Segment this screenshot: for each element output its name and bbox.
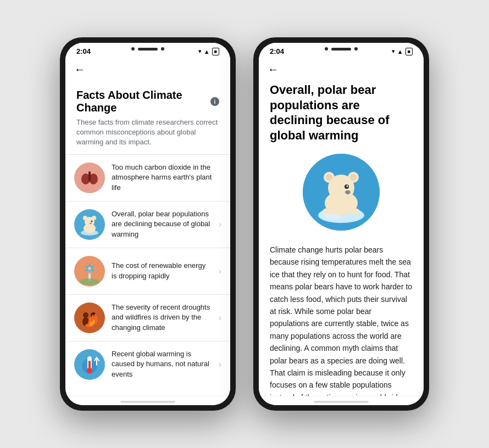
- phone-1: 2:04 ▾ ▲ ■ ← Facts About Climate Change …: [60, 37, 236, 411]
- fact-text-bear: Overall, polar bear populations are decl…: [112, 209, 212, 239]
- fact-text-fire: The severity of recent droughts and wild…: [112, 303, 212, 333]
- fact-item-bear[interactable]: Overall, polar bear populations are decl…: [65, 201, 230, 248]
- chevron-bear: ›: [219, 220, 221, 229]
- svg-point-10: [90, 222, 92, 223]
- fact-text-lungs: Too much carbon dioxide in the atmospher…: [112, 163, 221, 193]
- polar-bear-illustration: [270, 154, 413, 231]
- phone-2: 2:04 ▾ ▲ ■ ← Overall, polar bear populat…: [253, 37, 429, 411]
- status-icons-1: ▾ ▲ ■: [198, 48, 219, 55]
- screen1-header: Facts About Climate Change i These facts…: [65, 80, 230, 154]
- chevron-thermometer: ›: [219, 360, 221, 369]
- title-info-icon[interactable]: i: [210, 97, 219, 106]
- nav-bar-2: ←: [259, 58, 424, 80]
- phone-2-bottom: [259, 396, 424, 405]
- chevron-wind: ›: [219, 266, 221, 276]
- fact-icon-lungs: [74, 163, 105, 193]
- fact-item-fire[interactable]: The severity of recent droughts and wild…: [65, 294, 230, 341]
- screen2-title: Overall, polar bear populations are decl…: [270, 80, 413, 143]
- back-button-2[interactable]: ←: [268, 63, 279, 76]
- nav-bar-1: ←: [65, 58, 230, 80]
- screen1-subtitle: These facts from climate researchers cor…: [76, 117, 219, 148]
- signal-icon-2: ▲: [397, 48, 403, 55]
- svg-point-8: [92, 216, 96, 220]
- svg-rect-3: [88, 171, 91, 175]
- fact-icon-bear: [74, 209, 105, 240]
- fact-icon-fire: [74, 303, 105, 333]
- fact-item-wind[interactable]: The cost of renewable energy is dropping…: [65, 248, 230, 294]
- svg-point-7: [83, 216, 87, 220]
- svg-point-17: [83, 312, 88, 318]
- fact-item-thermometer[interactable]: Recent global warming is caused by human…: [65, 341, 230, 388]
- svg-point-15: [88, 267, 91, 270]
- phone-1-bottom: [65, 396, 230, 405]
- back-button-1[interactable]: ←: [74, 63, 85, 76]
- svg-point-31: [326, 174, 332, 181]
- screen2-inner: Overall, polar bear populations are decl…: [259, 80, 424, 396]
- svg-point-16: [80, 278, 99, 285]
- fact-text-thermometer: Recent global warming is caused by human…: [112, 349, 212, 379]
- chevron-fire: ›: [219, 313, 221, 323]
- battery-icon-2: ■: [405, 48, 413, 55]
- phones-container: 2:04 ▾ ▲ ■ ← Facts About Climate Change …: [60, 37, 429, 411]
- svg-point-24: [87, 368, 92, 373]
- svg-point-37: [323, 208, 334, 215]
- svg-point-33: [350, 174, 357, 181]
- polar-bear-circle: [303, 154, 380, 231]
- screen-2-content: Overall, polar bear populations are decl…: [259, 80, 424, 396]
- fact-icon-thermometer: [74, 349, 105, 380]
- svg-point-35: [347, 186, 348, 187]
- status-icons-2: ▾ ▲ ■: [392, 48, 413, 55]
- home-indicator-2: [314, 401, 369, 403]
- fact-item-lungs[interactable]: Too much carbon dioxide in the atmospher…: [65, 154, 230, 201]
- svg-point-36: [345, 191, 351, 194]
- time-2: 2:04: [270, 47, 284, 55]
- fact-list: Too much carbon dioxide in the atmospher…: [65, 154, 230, 388]
- svg-point-38: [349, 208, 360, 215]
- screen2-body: Climate change hurts polar bears because…: [270, 244, 413, 396]
- svg-point-9: [91, 220, 93, 222]
- home-indicator-1: [120, 401, 175, 403]
- battery-icon: ■: [212, 48, 219, 55]
- fact-text-wind: The cost of renewable energy is dropping…: [112, 261, 212, 281]
- wifi-icon-2: ▾: [392, 48, 395, 55]
- screen-1-content: Facts About Climate Change i These facts…: [65, 80, 230, 396]
- fact-icon-wind: [74, 256, 105, 287]
- wifi-icon: ▾: [198, 48, 202, 55]
- time-1: 2:04: [76, 47, 91, 55]
- screen1-title: Facts About Climate Change i: [76, 89, 219, 114]
- signal-icon: ▲: [204, 48, 210, 55]
